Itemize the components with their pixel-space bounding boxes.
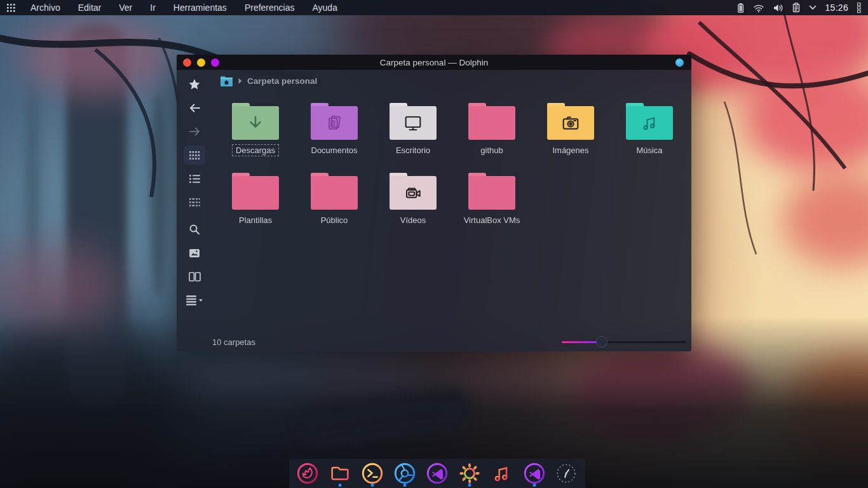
- folder-plantillas[interactable]: Plantillas: [216, 170, 295, 240]
- folder-grid: Descargas Documentos Escritorio github: [212, 92, 691, 332]
- help-button[interactable]: [675, 58, 684, 67]
- sidebar-tool-list-view[interactable]: [184, 169, 205, 188]
- folder-icon: [468, 103, 515, 140]
- folder-escritorio[interactable]: Escritorio: [374, 100, 452, 170]
- chrome-icon: [393, 461, 417, 485]
- documents-glyph-icon: [325, 114, 344, 133]
- dock-vscode[interactable]: [424, 460, 451, 487]
- running-indicator: [468, 484, 471, 487]
- list-view-icon: [189, 174, 201, 184]
- folder-icon: [390, 173, 437, 210]
- folder-vi-deos[interactable]: Vídeos: [374, 170, 452, 240]
- minimize-button[interactable]: [197, 58, 205, 67]
- arrow-left-icon: [189, 103, 201, 113]
- image-icon: [189, 248, 200, 258]
- folder-label: Vídeos: [397, 214, 430, 226]
- menu-preferencias[interactable]: Preferencias: [236, 0, 304, 15]
- hamburger-menu-icon: [186, 295, 203, 306]
- folder-icon: [232, 173, 279, 210]
- folder-icon: [311, 173, 358, 210]
- home-folder-icon[interactable]: [220, 76, 233, 86]
- clock[interactable]: 15:26: [825, 3, 848, 13]
- battery-icon[interactable]: [736, 3, 745, 13]
- sidebar-tool-favorites[interactable]: [184, 75, 205, 94]
- system-tray: 15:26: [736, 0, 868, 15]
- wifi-icon[interactable]: [753, 3, 764, 13]
- menu-ir[interactable]: Ir: [141, 0, 165, 15]
- dolphin-window: Carpeta personal — Dolphin Carpeta perso…: [177, 55, 691, 351]
- sidebar-tool-search[interactable]: [184, 220, 205, 239]
- folder-icon: [328, 461, 352, 485]
- clipboard-icon[interactable]: [792, 3, 801, 13]
- folder-ima-genes[interactable]: Imágenes: [531, 100, 610, 170]
- titlebar[interactable]: Carpeta personal — Dolphin: [177, 55, 691, 70]
- folder-label: Documentos: [308, 144, 362, 156]
- folder-icon: [390, 103, 437, 140]
- search-icon: [189, 224, 200, 235]
- statusbar: 10 carpetas: [177, 332, 691, 351]
- sidebar-tool-menu[interactable]: [184, 290, 205, 309]
- folder-label: Público: [317, 214, 352, 226]
- sidebar-tool-forward[interactable]: [184, 122, 205, 141]
- zoom-slider[interactable]: [562, 336, 686, 348]
- dock: [289, 459, 585, 488]
- dock-terminal[interactable]: [359, 460, 386, 487]
- folder-label: Plantillas: [235, 214, 276, 226]
- folder-icon: [311, 103, 358, 140]
- window-controls: [183, 58, 219, 67]
- menu-ver[interactable]: Ver: [110, 0, 141, 15]
- folder-icon: [468, 173, 515, 210]
- folder-label: github: [477, 144, 506, 156]
- camera-glyph-icon: [560, 113, 581, 133]
- dock-firefox[interactable]: [294, 460, 321, 487]
- dock-chrome[interactable]: [391, 460, 418, 487]
- items-count: 10 carpetas: [212, 337, 255, 347]
- folder-descargas[interactable]: Descargas: [216, 100, 295, 170]
- zoom-slider-knob[interactable]: [596, 336, 607, 348]
- sidebar-tool-back[interactable]: [184, 98, 205, 118]
- chevron-down-icon[interactable]: [809, 5, 817, 10]
- dock-files[interactable]: [327, 460, 353, 487]
- running-indicator: [532, 484, 536, 487]
- breadcrumb: Carpeta personal: [212, 70, 691, 92]
- sidebar-tool-icons-view[interactable]: [184, 146, 205, 165]
- menu-ayuda[interactable]: Ayuda: [303, 0, 346, 15]
- sidebar-tool-compact-view[interactable]: [184, 193, 205, 212]
- dock-settings[interactable]: [456, 460, 483, 487]
- dock-clock-widget[interactable]: [553, 460, 580, 487]
- folder-documentos[interactable]: Documentos: [295, 100, 374, 170]
- folder-pu-blico[interactable]: Público: [295, 170, 374, 240]
- desktop: ArchivoEditarVerIrHerramientasPreferenci…: [0, 0, 868, 488]
- download-glyph-icon: [246, 114, 265, 133]
- menu-editar[interactable]: Editar: [69, 0, 111, 15]
- folder-icon: [547, 103, 594, 140]
- app-grid-icon[interactable]: [0, 0, 22, 15]
- sidebar-tool-preview[interactable]: [184, 243, 205, 262]
- firefox-icon: [295, 461, 320, 485]
- folder-mu-sica[interactable]: Música: [610, 100, 689, 170]
- sidebar-tool-split[interactable]: [184, 267, 205, 286]
- panel-boxes-icon[interactable]: [857, 3, 862, 13]
- close-button[interactable]: [183, 58, 191, 67]
- music-glyph-icon: [640, 114, 659, 133]
- vscode-icon: [425, 461, 449, 485]
- volume-icon[interactable]: [773, 3, 783, 13]
- dock-vscode-2[interactable]: [521, 460, 548, 487]
- maximize-button[interactable]: [211, 58, 219, 67]
- top-panel: ArchivoEditarVerIrHerramientasPreferenci…: [0, 0, 868, 15]
- menu-archivo[interactable]: Archivo: [22, 0, 69, 15]
- folder-label: Música: [632, 144, 666, 156]
- folder-virtualbox-vms[interactable]: VirtualBox VMs: [452, 170, 531, 240]
- gear-icon: [458, 461, 482, 485]
- folder-github[interactable]: github: [452, 100, 531, 170]
- music-note-icon: [490, 461, 514, 485]
- star-icon: [188, 78, 201, 91]
- dock-music[interactable]: [489, 460, 515, 487]
- vscode-icon: [522, 461, 546, 485]
- folder-label: VirtualBox VMs: [460, 214, 524, 226]
- menu-herramientas[interactable]: Herramientas: [165, 0, 236, 15]
- global-menubar: ArchivoEditarVerIrHerramientasPreferenci…: [22, 0, 346, 15]
- running-indicator: [403, 484, 407, 487]
- breadcrumb-path[interactable]: Carpeta personal: [247, 76, 317, 86]
- video-glyph-icon: [403, 183, 423, 203]
